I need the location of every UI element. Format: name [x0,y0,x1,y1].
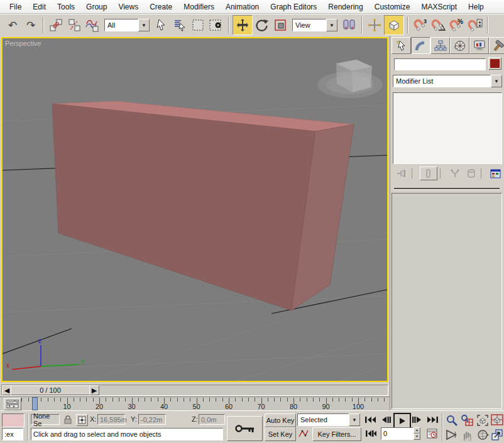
window-crossing-toggle[interactable] [207,16,225,34]
track-bar-frame-marker[interactable] [32,397,38,410]
x-coordinate-field[interactable]: 16,595m [97,414,125,425]
time-slider-handle[interactable]: 0 / 100 [11,385,90,395]
set-keys-button[interactable] [227,416,263,441]
maxscript-mini-listener[interactable]: :ex [2,428,23,440]
menu-edit[interactable]: Edit [27,1,52,13]
tab-create[interactable] [392,37,411,54]
menu-group[interactable]: Group [80,1,112,13]
key-mode-toggle[interactable] [363,427,378,440]
select-and-rotate-button[interactable] [253,16,271,34]
next-frame-button[interactable] [411,413,424,426]
select-and-link-button[interactable] [47,16,65,34]
absolute-mode-transform-button[interactable] [76,414,88,426]
menu-create[interactable]: Create [144,1,178,13]
modifier-list-dropdown[interactable]: Modifier List ▼ [393,75,502,87]
angle-snap-toggle[interactable] [430,16,447,34]
menu-rendering[interactable]: Rendering [322,1,368,13]
menu-tools[interactable]: Tools [52,1,80,13]
make-unique-button[interactable] [448,168,462,179]
tab-modify[interactable] [411,37,430,54]
menu-graph-editors[interactable]: Graph Editors [265,1,322,13]
object-color-button[interactable] [488,57,501,70]
macro-recorder-pane[interactable] [2,413,25,427]
unlink-selection-button[interactable] [65,16,83,34]
y-coordinate-field[interactable]: -0,22m [138,414,166,425]
chevron-down-icon[interactable]: ▼ [349,413,360,426]
auto-key-button[interactable]: Auto Key [265,413,296,427]
menu-help[interactable]: Help [463,1,490,13]
keyboard-shortcut-override-toggle[interactable] [384,15,404,35]
time-configuration-button[interactable] [425,427,439,440]
object-name-field[interactable] [394,58,486,70]
key-filter-selection-combo[interactable]: Selected ▼ [297,413,360,426]
select-and-scale-button[interactable] [271,16,289,34]
pan-view-button[interactable] [459,428,474,441]
tab-hierarchy[interactable] [430,37,450,54]
select-and-manipulate-button[interactable] [366,16,383,34]
select-by-name-button[interactable] [171,16,189,34]
percent-snap-toggle[interactable]: % [448,16,466,34]
separator [481,168,486,178]
go-to-end-button[interactable] [425,413,440,426]
key-filters-button[interactable]: Key Filters... [312,427,361,441]
remove-modifier-button[interactable] [464,168,478,179]
select-and-move-button[interactable] [233,15,253,35]
undo-button[interactable]: ↶ [4,16,21,34]
arc-rotate-button[interactable] [475,428,490,441]
menu-customize[interactable]: Customize [369,1,416,13]
use-pivot-point-center-button[interactable] [341,16,358,34]
set-key-button[interactable]: Set Key [265,427,296,441]
new-key-default-inout-button[interactable] [297,427,310,440]
modifier-stack-list[interactable] [393,92,502,164]
chevron-down-icon[interactable]: ▼ [326,19,337,31]
rollout-area[interactable] [392,193,502,409]
viewport-label[interactable]: Perspective [5,40,41,47]
pin-stack-button[interactable] [395,168,409,179]
tab-display[interactable] [469,37,489,54]
z-coordinate-field[interactable]: 0,0m [199,414,225,425]
y-coordinate-label: Y: [131,415,137,423]
redo-button[interactable]: ↷ [22,16,40,34]
magnet-percent-icon: % [449,18,465,33]
maximize-viewport-toggle[interactable] [490,428,503,441]
spinner-down-icon[interactable]: ▼ [414,434,420,440]
menu-modifiers[interactable]: Modifiers [178,1,220,13]
frame-spinner[interactable]: ▲▼ [414,427,420,440]
chevron-down-icon[interactable]: ▼ [491,75,502,87]
reference-coordinate-system-combo[interactable]: View ▼ [292,19,337,31]
chevron-down-icon[interactable]: ▼ [138,19,150,31]
previous-frame-button[interactable] [380,413,392,426]
zoom-extents-icon [476,414,489,427]
spinner-up-icon[interactable]: ▲ [414,427,420,434]
tab-motion[interactable] [450,37,469,54]
zoom-extents-button[interactable] [475,413,490,427]
bind-to-space-warp-button[interactable] [84,16,101,34]
utilities-icon [492,40,504,52]
menu-animation[interactable]: Animation [220,1,265,13]
show-end-result-button[interactable] [420,167,437,180]
rectangular-selection-region-button[interactable] [189,16,207,34]
time-slider-row: ◀ 0 / 100 ▶ [0,383,390,397]
select-object-button[interactable] [153,16,170,34]
zoom-button[interactable] [444,413,459,427]
configure-modifier-sets-button[interactable] [489,168,503,179]
menu-file[interactable]: File [4,1,27,13]
go-to-start-button[interactable] [363,413,378,426]
spinner-snap-toggle[interactable]: ▲▼ [466,16,484,34]
selection-filter-combo[interactable]: All ▼ [104,19,150,31]
track-bar[interactable]: 0102030405060708090100 [0,397,390,411]
menu-views[interactable]: Views [112,1,144,13]
unlink-icon [67,18,81,32]
time-slider-next-button[interactable]: ▶ [89,385,99,395]
zoom-all-button[interactable] [459,413,474,427]
menu-maxscript[interactable]: MAXScript [415,1,463,13]
zoom-extents-all-button[interactable] [490,413,503,427]
open-mini-curve-editor-button[interactable] [4,398,21,410]
box-object[interactable] [52,101,354,310]
tab-utilities[interactable] [489,37,504,54]
selection-lock-toggle[interactable] [62,414,73,425]
perspective-viewport[interactable]: z x y Perspective [1,37,388,382]
current-frame-field[interactable]: 0 [381,427,414,440]
snaps-toggle-3d-button[interactable]: 3 [412,16,429,34]
field-of-view-button[interactable] [444,428,459,441]
